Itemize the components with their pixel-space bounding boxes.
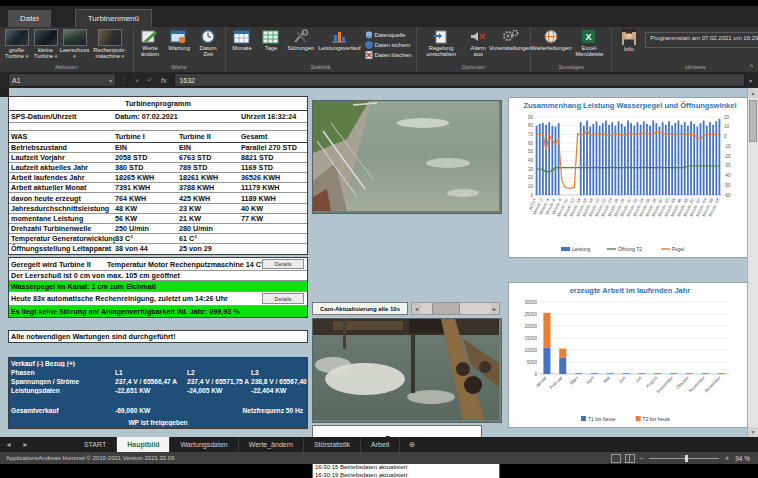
table-cell: Jahresdurchschnittsleistung (9, 204, 115, 213)
kleine-turbine-icon (34, 29, 58, 46)
table-cell: 61 C° (179, 234, 241, 243)
formula-input[interactable]: 1632 (174, 73, 745, 87)
sheet-tab-hauptbild[interactable]: Hauptbild (117, 437, 170, 452)
table-row: Jahresdurchschnittsleistung48 KW23 KW40 … (9, 204, 307, 214)
datenquelle-button[interactable]: Datenquelle (365, 30, 412, 40)
monate-button[interactable]: Monate (228, 28, 257, 52)
table-cell: 789 STD (179, 163, 241, 172)
table-row: Laufzeit Vorjahr2058 STD6763 STD8821 STD (9, 153, 307, 163)
wartung-button[interactable]: Wartung (165, 28, 194, 52)
phasen-label: Phasen (9, 369, 115, 376)
table-cell: Drehzahl Turbinenwelle (9, 224, 115, 233)
svg-text:-50: -50 (724, 183, 731, 188)
details-button-1[interactable]: Details (262, 259, 304, 269)
table-cell: 280 U/min (179, 224, 241, 233)
table-row: davon heute erzeugt764 KWH425 KWH1189 KW… (9, 193, 307, 203)
main-data-block: Turbinenprogramm SPS-Datum/Uhrzeit Datum… (8, 96, 308, 255)
sheet-tab-start[interactable]: START (74, 437, 117, 452)
ribbon-tab-bar: Datei Turbinenmenü (0, 6, 758, 27)
regelung-umschalten-button[interactable]: Regelung umschalten (419, 28, 464, 59)
alarm-aus-button[interactable]: Alarm aus (464, 28, 493, 59)
table-cell: Arbeit aktueller Monat (9, 183, 115, 192)
table-row: Drehzahl Turbinenwelle250 U/min280 U/min (9, 224, 307, 234)
cell-reference: A1 (12, 77, 21, 84)
leerschuss-button[interactable]: Leerschuss (60, 28, 89, 61)
maintenance-window-icon (169, 29, 189, 44)
enter-icon[interactable]: ✓ (143, 76, 157, 84)
table-cell: 38 von 44 (115, 244, 179, 253)
table-cell: 1169 STD (241, 163, 307, 172)
group-label-hinweis: Hinweis (614, 63, 758, 72)
rechenputzmaschine-icon (98, 29, 122, 46)
formula-bar: A1▾ ⋮ × ✓ fx 1632 ▾ (0, 72, 758, 88)
sheet-tab-werte-aendern[interactable]: Werte_ändern (239, 437, 304, 452)
scroll-up-icon[interactable]: ▲ (748, 88, 758, 98)
sheet-tab-stoerstatistik[interactable]: Störstatistik (304, 437, 361, 452)
ribbon-group-statistik: Monate Tage Störungen Leistungsverlauf D… (226, 27, 417, 72)
datum-zeit-button[interactable]: Datum Zeit (194, 28, 223, 59)
table-cell: 18265 KWH (115, 173, 179, 182)
sheet-nav-left-icon[interactable]: ◄ (0, 437, 17, 452)
collapse-ribbon-icon[interactable]: ^ (750, 63, 753, 70)
application-window: Datei Turbinenmenü große Turbine kleine … (0, 0, 758, 478)
tab-datei[interactable]: Datei (8, 10, 51, 27)
tab-turbinenmenu[interactable]: Turbinenmenü (75, 9, 152, 27)
svg-text:10: 10 (528, 184, 534, 189)
kleine-turbine-button[interactable]: kleine Turbine (31, 28, 60, 61)
table-cell: 425 KWH (179, 194, 241, 203)
name-box[interactable]: A1▾ (8, 73, 116, 87)
grosse-turbine-icon (5, 29, 29, 46)
svg-text:-30: -30 (724, 163, 731, 168)
table-cell: Parallel 270 STD (241, 143, 307, 152)
daten-sichern-button[interactable]: Daten sichern (365, 40, 412, 50)
data-rows: BetriebszustandEINEINParallel 270 STDLau… (9, 143, 307, 254)
info-button[interactable]: Info (614, 28, 643, 53)
rechenputzmaschine-button[interactable]: Rechenputz-maschine (89, 28, 131, 61)
power-block-header: Verkauf (-) Bezug (+) (9, 360, 115, 367)
weiterleitungen-button[interactable]: Weiterleitungen (533, 28, 570, 52)
vertical-scrollbar-thumb[interactable] (749, 100, 757, 142)
zoom-slider-thumb[interactable] (685, 455, 688, 462)
table-cell: davon heute erzeugt (9, 194, 115, 203)
vertical-scrollbar[interactable]: ▲ ▼ (747, 88, 758, 437)
name-box-dropdown-icon[interactable]: ▾ (109, 77, 112, 84)
stoerung-status: Es liegt keine Störung an! Anlagenverfüg… (9, 307, 240, 316)
normal-view-icon[interactable] (611, 454, 621, 463)
table-row: Laufzeit aktuelles Jahr380 STD789 STD116… (9, 163, 307, 173)
svg-text:90: 90 (528, 115, 534, 120)
zoom-out-icon[interactable]: − (639, 455, 643, 462)
excel-icon: X (579, 29, 599, 44)
insert-function-icon[interactable]: fx (157, 77, 170, 84)
scroll-left-icon[interactable]: ◄ (412, 303, 421, 314)
update-list-item[interactable]: 16:30:15 Betriebsdaten aktualisiert (313, 463, 499, 471)
daten-loeschen-button[interactable]: Daten löschen (365, 50, 412, 60)
scroll-down-icon[interactable]: ▼ (748, 427, 758, 437)
formula-bar-expand-icon[interactable]: ▾ (749, 77, 758, 84)
voreinstellungen-button[interactable]: Voreinstellungen (493, 28, 528, 52)
leistung-l3: -22,404 KW (251, 387, 307, 394)
button-label: Leerschuss (60, 47, 90, 60)
tage-button[interactable]: Tage (257, 28, 286, 52)
stoerungen-button[interactable]: Störungen (286, 28, 317, 52)
update-list-item[interactable]: 16:30:19 Betriebsdaten aktualisiert (313, 471, 499, 478)
spannung-l3: 238,8 V / 65567,40 A (251, 378, 307, 385)
page-layout-view-icon[interactable] (625, 454, 635, 463)
scroll-right-icon[interactable]: ► (490, 303, 499, 314)
scrollbar-thumb[interactable] (432, 303, 460, 314)
sheet-tab-arbeit[interactable]: Arbeit (361, 437, 400, 452)
sheet-tab-wartungsdaten[interactable]: Wartungsdaten (170, 437, 238, 452)
cancel-icon[interactable]: × (131, 77, 143, 84)
edit-values-icon (140, 29, 160, 44)
cam-scrollbar[interactable]: ◄ ► (411, 302, 500, 315)
werte-aendern-button[interactable]: Werte ändern (136, 28, 165, 59)
svg-text:70: 70 (528, 132, 534, 137)
add-sheet-icon[interactable]: ⊕ (400, 437, 423, 452)
grosse-turbine-button[interactable]: große Turbine (2, 28, 31, 61)
details-button-2[interactable]: Details (262, 293, 304, 304)
sps-time-value: Uhrzeit 16:32:24 (241, 112, 307, 121)
leistungsverlauf-button[interactable]: Leistungsverlauf (316, 28, 362, 52)
zoom-slider[interactable] (649, 458, 719, 459)
col-header-was: WAS (9, 132, 115, 141)
sheet-nav-right-icon[interactable]: ► (17, 437, 34, 452)
excel-menueleiste-button[interactable]: X Excel-Menüleiste (570, 28, 610, 59)
